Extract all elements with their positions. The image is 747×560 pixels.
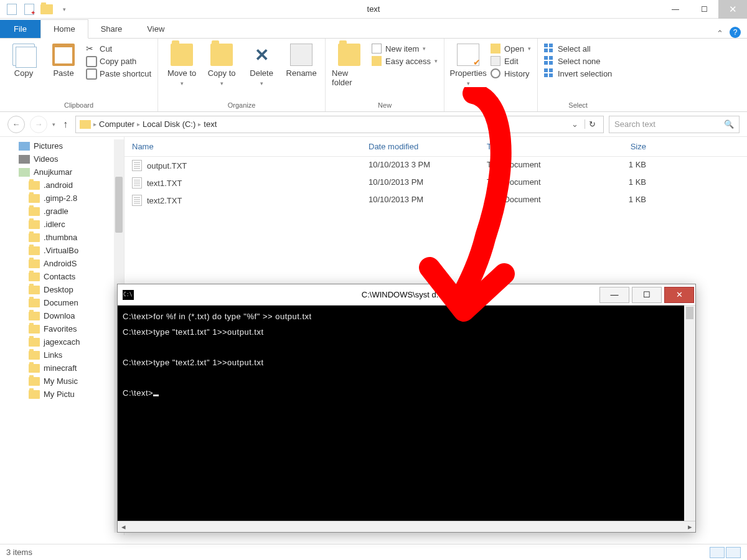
tree-item[interactable]: AndroidS (0, 257, 124, 270)
view-icons-button[interactable] (726, 547, 741, 558)
tree-item[interactable]: Pictures (0, 139, 124, 152)
cmd-maximize-button[interactable]: ☐ (632, 287, 662, 303)
edit-icon (491, 56, 500, 66)
tree-item[interactable]: Documen (0, 296, 124, 309)
tab-view[interactable]: View (134, 20, 177, 38)
tree-item[interactable]: .idlerc (0, 218, 124, 231)
search-input[interactable]: Search text 🔍 (609, 116, 740, 133)
copy-button[interactable]: Copy (6, 41, 41, 78)
help-button[interactable]: ? (730, 27, 741, 38)
forward-button[interactable]: → (30, 116, 47, 133)
folder-icon (29, 233, 40, 242)
minimize-button[interactable]: — (661, 0, 690, 19)
tab-home[interactable]: Home (40, 19, 88, 39)
cmd-close-button[interactable]: ✕ (664, 287, 694, 303)
status-count: 3 items (6, 548, 32, 557)
view-details-button[interactable] (710, 547, 725, 558)
col-date[interactable]: Date modified (361, 137, 479, 156)
tree-item[interactable]: My Pictu (0, 388, 124, 401)
cmd-output[interactable]: C:\text>for %f in (*.txt) do type "%f" >… (118, 306, 695, 521)
qat-folder-icon[interactable] (40, 2, 54, 16)
file-type: Text Document (479, 174, 579, 192)
folder-icon (29, 377, 40, 386)
file-row[interactable]: text2.TXT10/10/2013 PMText Document1 KB (125, 192, 747, 209)
tree-item-label: jagexcach (44, 337, 80, 347)
selectnone-button[interactable]: Select none (544, 56, 612, 66)
col-type[interactable]: Type (479, 137, 579, 156)
paste-button[interactable]: Paste (46, 41, 81, 78)
selectall-button[interactable]: Select all (544, 44, 612, 54)
copypath-button[interactable]: Copy path (86, 56, 151, 66)
tree-item[interactable]: .gradle (0, 205, 124, 218)
cmd-hscrollbar[interactable]: ◂▸ (118, 521, 695, 532)
cmd-titlebar[interactable]: C:\WINDOWS\syst d.exe — ☐ ✕ (118, 284, 695, 306)
refresh-button[interactable]: ↻ (585, 119, 599, 129)
window-buttons: — ☐ ✕ (661, 0, 747, 19)
folder-icon (29, 312, 40, 320)
tree-item[interactable]: Anujkumar (0, 166, 124, 179)
rename-label: Rename (286, 68, 317, 78)
tree-item[interactable]: jagexcach (0, 335, 124, 348)
delete-button[interactable]: ✕Delete▾ (244, 41, 279, 86)
address-dropdown-icon[interactable]: ⌄ (568, 119, 582, 129)
tree-item[interactable]: Links (0, 348, 124, 362)
column-headers[interactable]: Name Date modified Type Size (125, 137, 747, 157)
cmd-vscrollbar[interactable] (684, 306, 695, 521)
tree-item[interactable]: My Music (0, 375, 124, 388)
tree-item[interactable]: .gimp-2.8 (0, 192, 124, 205)
breadcrumb-folder[interactable]: text (204, 119, 217, 129)
history-button[interactable]: History (491, 68, 531, 78)
paste-shortcut-button[interactable]: Paste shortcut (86, 68, 151, 78)
newfolder-button[interactable]: New folder (332, 41, 367, 87)
tree-item[interactable]: Downloa (0, 309, 124, 322)
tree-item-label: .idlerc (44, 220, 65, 229)
tree-item[interactable]: Videos (0, 152, 124, 166)
open-icon (491, 44, 500, 54)
address-bar[interactable]: ▸ Computer ▸ Local Disk (C:) ▸ text ⌄ ↻ (75, 116, 604, 133)
col-size[interactable]: Size (579, 137, 654, 156)
qat-newfolder-icon[interactable]: ✦ (22, 2, 36, 16)
nav-tree[interactable]: PicturesVideosAnujkumar.android.gimp-2.8… (0, 137, 125, 535)
breadcrumb-drive[interactable]: Local Disk (C:) (143, 119, 195, 129)
tree-item[interactable]: .thumbna (0, 231, 124, 244)
invert-button[interactable]: Invert selection (544, 68, 612, 78)
cmd-icon (123, 290, 134, 300)
file-row[interactable]: output.TXT10/10/2013 3 PMText Document1 … (125, 157, 747, 174)
qat-properties-icon[interactable] (5, 2, 19, 16)
up-button[interactable]: ↑ (60, 119, 70, 130)
tree-item[interactable]: Desktop (0, 283, 124, 296)
maximize-button[interactable]: ☐ (690, 0, 718, 19)
cmd-window[interactable]: C:\WINDOWS\syst d.exe — ☐ ✕ C:\text>for … (117, 284, 696, 533)
folder-icon (29, 259, 40, 268)
back-button[interactable]: ← (7, 116, 25, 133)
close-button[interactable]: ✕ (718, 0, 747, 19)
easyaccess-button[interactable]: Easy access▾ (372, 56, 438, 66)
newitem-button[interactable]: New item▾ (372, 44, 438, 54)
cut-button[interactable]: Cut (86, 44, 151, 54)
tree-item[interactable]: Contacts (0, 270, 124, 283)
tab-file[interactable]: File (0, 20, 40, 38)
file-row[interactable]: text1.TXT10/10/2013 PMText Document1 KB (125, 174, 747, 192)
cmd-minimize-button[interactable]: — (599, 287, 629, 303)
cmd-line: C:\text>for %f in (*.txt) do type "%f" >… (123, 309, 690, 325)
tree-item[interactable]: Favorites (0, 322, 124, 335)
open-button[interactable]: Open▾ (491, 44, 531, 54)
tree-item[interactable]: minecraft (0, 362, 124, 375)
tree-item[interactable]: .android (0, 179, 124, 192)
edit-button[interactable]: Edit (491, 56, 531, 66)
tree-item[interactable]: .VirtualBo (0, 244, 124, 257)
easyaccess-label: Easy access (385, 57, 431, 66)
col-name[interactable]: Name (125, 137, 361, 156)
properties-button[interactable]: Properties▾ (451, 41, 486, 86)
minimize-ribbon-icon[interactable]: ⌃ (710, 29, 730, 38)
recent-dropdown-icon[interactable]: ▾ (52, 121, 55, 128)
rename-button[interactable]: Rename (284, 41, 319, 78)
tree-item-label: .gradle (44, 207, 68, 216)
tree-item-label: .gimp-2.8 (44, 194, 77, 203)
tab-share[interactable]: Share (88, 20, 135, 38)
file-type: Text Document (479, 192, 579, 209)
copyto-button[interactable]: Copy to▾ (204, 41, 239, 86)
breadcrumb-computer[interactable]: Computer (99, 119, 134, 129)
moveto-button[interactable]: Move to▾ (164, 41, 199, 86)
qat-dropdown-icon[interactable]: ▾ (57, 2, 71, 16)
